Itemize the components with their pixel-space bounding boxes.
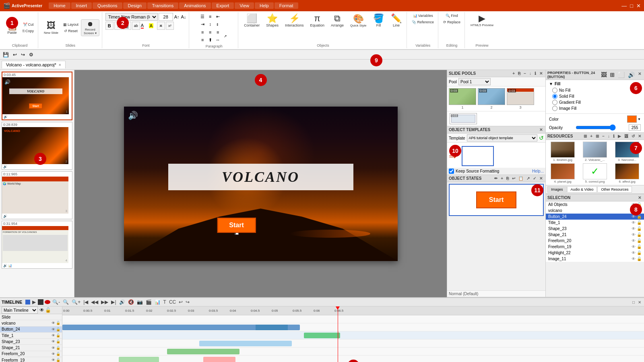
align-top-btn[interactable]: ⬆ — [206, 36, 214, 43]
selection-volcano[interactable]: volcano 👁 🔓 — [546, 208, 644, 214]
tl-zoom-in-btn[interactable]: 🔍+ — [71, 299, 81, 305]
resource-tab-images[interactable]: Images — [547, 186, 567, 193]
tl-text-btn[interactable]: T — [163, 299, 167, 305]
tl-zoom-out-btn[interactable]: 🔍- — [52, 299, 61, 305]
tl-close-btn[interactable]: ✕ — [637, 300, 642, 305]
props-layout-btn[interactable]: ⊞ — [609, 71, 616, 78]
tl-video-btn[interactable]: 🎬 — [145, 299, 153, 305]
decrease-font-btn[interactable]: A↓ — [180, 14, 186, 20]
states-copy-btn[interactable]: ⎘ — [505, 176, 510, 181]
tl-redo-btn[interactable]: ↪ — [185, 299, 190, 305]
fill-option-image[interactable]: Image Fill — [549, 106, 641, 111]
quick-settings-btn[interactable]: ⚙ — [28, 51, 35, 58]
states-add-btn[interactable]: + — [500, 176, 504, 181]
track-title1-lock[interactable]: 🔓 — [56, 333, 60, 337]
resource-thumb-6[interactable]: 6. affect.jpg — [612, 163, 642, 183]
arrange-button[interactable]: ⧉ Arrange — [328, 13, 346, 28]
columns-btn[interactable]: ⫾ — [214, 21, 221, 28]
tab-home[interactable]: Home — [49, 2, 70, 9]
template-refresh-btn[interactable]: ↺ — [539, 135, 544, 141]
fill-radio-gradient[interactable] — [552, 100, 557, 105]
color-swatch[interactable] — [627, 115, 637, 123]
resources-close-btn[interactable]: ✕ — [637, 134, 642, 139]
align-center-btn[interactable]: ≡ — [206, 29, 214, 36]
tab-view[interactable]: View — [235, 2, 254, 9]
track-volcano-eye[interactable]: 👁 — [52, 321, 55, 325]
track-button24-lock[interactable]: 🔓 — [56, 327, 60, 331]
resources-delete-btn[interactable]: − — [601, 134, 606, 139]
selection-button24[interactable]: Button_24 👁 🔓 — [546, 214, 644, 220]
track-shape23-lock[interactable]: 🔓 — [56, 339, 60, 343]
states-close-btn[interactable]: ✕ — [538, 176, 544, 181]
bold-button[interactable]: B — [105, 22, 114, 30]
tab-export[interactable]: Export — [212, 2, 234, 9]
pool-select[interactable]: Pool 1 — [458, 78, 491, 85]
tl-begin-btn[interactable]: |◀ — [83, 299, 89, 305]
fill-header[interactable]: ▼ Fill — [549, 82, 641, 86]
font-name-select[interactable]: Times New Roman (Heac — [105, 13, 158, 21]
quick-undo-btn[interactable]: ↩ — [12, 51, 18, 58]
props-icons[interactable]: 🖼 — [600, 71, 608, 78]
fill-option-solid[interactable]: Solid Fill — [549, 94, 641, 99]
decrease-indent-btn[interactable]: ⇤ — [214, 13, 221, 20]
states-import-btn[interactable]: ↗ — [525, 176, 531, 181]
increase-indent-btn[interactable]: ⇥ — [199, 21, 206, 28]
selection-shape23[interactable]: Shape_23 👁🔓 — [546, 226, 644, 232]
align-justify-btn[interactable]: ≡ — [199, 36, 206, 43]
resource-thumb-2[interactable]: 2. Volcanic_... — [580, 142, 610, 162]
pool-thumb-3[interactable]: 0:03 3 — [507, 88, 534, 109]
tab-transitions[interactable]: Transitions — [147, 2, 178, 9]
tab-format[interactable]: Format — [275, 2, 298, 9]
fill-radio-solid[interactable] — [552, 94, 557, 99]
tab-animations[interactable]: Animations — [179, 2, 211, 9]
align-middle-btn[interactable]: ↔ — [214, 36, 221, 43]
selection-shape21[interactable]: Shape_21 👁🔓 — [546, 232, 644, 238]
slide-thumb-3[interactable]: 0:11:965 🌍 World Map 3 🔊 — [2, 171, 72, 219]
equation-button[interactable]: π Equation — [308, 13, 327, 28]
replace-button[interactable]: ⟳ Replace — [442, 19, 462, 25]
tl-stop-btn[interactable] — [38, 299, 43, 305]
tl-mute-btn[interactable]: 🔇 — [127, 299, 135, 305]
slide-thumb-1[interactable]: 0:03:45 🔊 VOLCANO Start 1 🔊 — [2, 72, 72, 120]
container-button[interactable]: ⬜ Container — [242, 13, 262, 28]
states-undo-btn[interactable]: ↩ — [511, 176, 516, 181]
states-check-btn[interactable]: ✓ — [532, 176, 537, 181]
resource-tab-other[interactable]: Other Resources — [597, 186, 632, 193]
template-select[interactable]: AP6 tutorial object template — [467, 134, 537, 142]
line-button[interactable]: ✏️ Line — [388, 13, 404, 28]
selection-close-btn[interactable]: ✕ — [637, 195, 642, 200]
resources-img-btn[interactable]: 🖼 — [623, 134, 630, 139]
resources-import-btn[interactable]: ↓ — [607, 134, 611, 139]
states-edit-btn[interactable]: ✏ — [493, 176, 499, 181]
track-freeform19-lock[interactable]: 🔓 — [56, 358, 60, 362]
paragraph-settings-btn[interactable]: ↗ — [222, 33, 229, 40]
selection-all-objects[interactable]: All Objects 👁 🔓 — [546, 202, 644, 208]
bullets-btn[interactable]: ☰ — [199, 13, 206, 20]
templates-close-btn[interactable]: ✕ — [538, 127, 544, 132]
superscript-btn[interactable]: X² — [166, 22, 174, 30]
help-link[interactable]: Help... — [532, 169, 544, 173]
fill-radio-none[interactable] — [552, 88, 557, 93]
track-freeform19-eye[interactable]: 👁 — [52, 358, 55, 362]
resources-grid-btn[interactable]: ⊞ — [594, 134, 600, 139]
pool-thumb-1[interactable]: 0:03 1 — [449, 88, 476, 109]
resources-add-btn[interactable]: + — [589, 134, 594, 139]
close-btn[interactable]: ✕ — [636, 3, 641, 9]
reset-button[interactable]: ↺ Reset — [62, 28, 80, 34]
tab-help[interactable]: Help — [255, 2, 274, 9]
pools-close-btn[interactable]: ✕ — [538, 71, 544, 76]
reference-button[interactable]: 📎 Reference — [410, 19, 436, 25]
resources-play-btn[interactable]: ▶ — [617, 134, 622, 139]
fill-option-gradient[interactable]: Gradient Fill — [549, 100, 641, 105]
paste-button[interactable]: 📋 Paste — [4, 20, 20, 35]
numbering-btn[interactable]: ≡ — [206, 13, 214, 20]
selection-freeform19[interactable]: Freeform_19 👁🔓 — [546, 244, 644, 250]
italic-button[interactable]: I — [114, 22, 122, 30]
resource-thumb-4[interactable]: 4. planet.jpg — [547, 163, 578, 183]
props-close-btn[interactable]: ✕ — [637, 71, 642, 78]
fill-radio-image[interactable] — [552, 106, 557, 111]
tab-insert[interactable]: Insert — [71, 2, 92, 9]
find-button[interactable]: 🔍 Find — [442, 13, 462, 19]
tl-record-btn[interactable] — [45, 300, 50, 304]
line-spacing-btn[interactable]: ↕ — [206, 21, 214, 28]
